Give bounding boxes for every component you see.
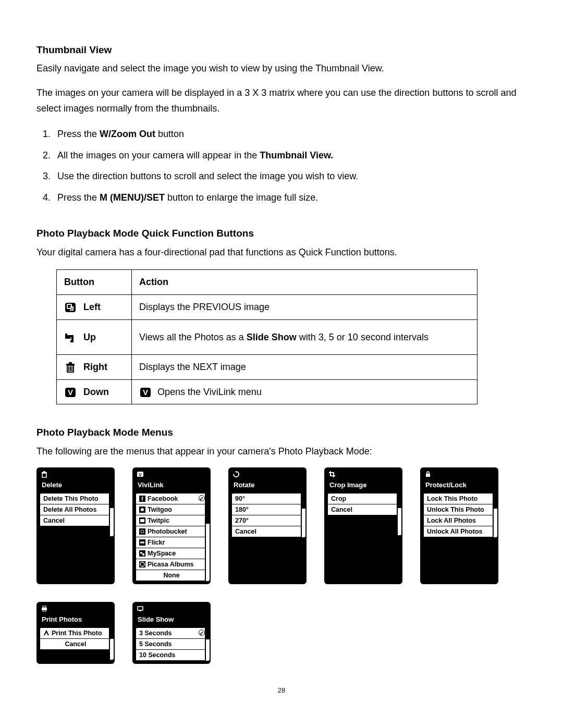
- action-cell: V Opens the ViviLink menu: [132, 379, 478, 404]
- table-header-action: Action: [132, 270, 478, 295]
- step-bold: W/Zoom Out: [100, 129, 155, 139]
- steps-list: Press the W/Zoom Out button All the imag…: [42, 126, 527, 205]
- menu-grid: Delete Delete This Photo Delete All Phot…: [36, 467, 527, 664]
- svg-rect-30: [142, 553, 144, 556]
- table-row: Right Displays the NEXT image: [57, 355, 478, 380]
- menu-protect: Protect/Lock Lock This Photo Unlock This…: [420, 467, 498, 584]
- svg-rect-14: [43, 471, 45, 472]
- rotate-icon: [232, 471, 240, 478]
- vivilink-icon: V: [139, 387, 152, 398]
- menu-item-label: Facebook: [148, 495, 178, 503]
- step-3: Use the direction buttons to scroll and …: [53, 168, 527, 184]
- photobucket-icon: [139, 528, 145, 535]
- svg-point-20: [141, 508, 144, 511]
- step-text: All the images on your camera will appea…: [57, 150, 260, 161]
- button-label: Up: [83, 332, 96, 342]
- menu-item: Photobucket: [136, 526, 207, 537]
- step-bold: M (MENU)/SET: [100, 192, 165, 203]
- page-number: 28: [36, 685, 527, 696]
- playback-menus-section: Photo Playback Mode Menus The following …: [36, 424, 527, 664]
- action-cell: Views all the Photos as a Slide Show wit…: [132, 319, 478, 355]
- menu-item: Delete This Photo: [40, 493, 112, 504]
- menu-title: Rotate: [229, 479, 305, 493]
- paragraph: Easily navigate and select the image you…: [36, 60, 527, 77]
- heading-playback-menus: Photo Playback Mode Menus: [36, 424, 527, 441]
- menu-title: ViviLink: [133, 479, 210, 493]
- paragraph: The images on your camera will be displa…: [36, 85, 527, 117]
- menu-item: Cancel: [40, 515, 112, 526]
- menu-item: Twitgoo: [136, 504, 207, 515]
- menu-filler: [40, 526, 112, 536]
- menu-item: 10 Seconds: [136, 650, 207, 661]
- step-text: button: [155, 129, 184, 139]
- printer-icon: [41, 605, 48, 612]
- menu-vivilink: V ViviLink fFacebook Twitgoo Twitpic Pho…: [132, 467, 211, 584]
- menu-title: Protect/Lock: [421, 479, 497, 493]
- print-one-icon: [43, 630, 50, 636]
- menu-item-label: Twitgoo: [148, 505, 172, 514]
- step-1: Press the W/Zoom Out button: [53, 126, 527, 142]
- step-bold: Thumbnail View.: [260, 150, 333, 161]
- menu-filler: [40, 650, 112, 660]
- menu-item-label: Flickr: [148, 538, 165, 547]
- svg-text:V: V: [139, 472, 142, 477]
- myspace-icon: [139, 550, 145, 557]
- menu-item: 270°: [231, 515, 303, 526]
- svg-rect-12: [42, 473, 46, 477]
- menu-item: Twitpic: [136, 515, 207, 526]
- step-2: All the images on your camera will appea…: [53, 147, 527, 164]
- menu-rotate: Rotate 90° 180° 270° Cancel: [228, 467, 307, 584]
- quick-function-table: Button Action Left Displays the PREVIOUS…: [56, 269, 478, 404]
- menu-item: Crop: [327, 493, 399, 504]
- action-cell: Displays the PREVIOUS image: [132, 294, 478, 319]
- slideshow-icon: [64, 332, 77, 343]
- menu-title: Print Photos: [38, 613, 114, 627]
- action-text: Opens the ViviLink menu: [157, 387, 262, 397]
- menu-item: Cancel: [231, 526, 303, 537]
- menu-item: Unlock This Photo: [423, 504, 495, 515]
- menu-item-label: Twitpic: [148, 516, 169, 525]
- menu-filler: [327, 525, 399, 535]
- menu-item: 180°: [231, 504, 303, 515]
- previous-icon: [64, 302, 77, 313]
- svg-rect-36: [43, 610, 46, 611]
- svg-rect-33: [426, 474, 430, 477]
- crop-icon: [328, 471, 336, 478]
- svg-rect-6: [66, 364, 75, 365]
- svg-rect-22: [140, 519, 144, 522]
- menu-print: Print Photos Print This Photo Cancel: [36, 602, 115, 664]
- twitgoo-icon: [139, 507, 145, 513]
- menu-item: Unlock All Photos: [423, 526, 495, 537]
- menu-item: Delete All Photos: [40, 504, 112, 515]
- vivilink-icon: V: [64, 387, 77, 398]
- menu-crop: Crop Image Crop Cancel: [324, 467, 402, 584]
- menu-item: 3 Seconds: [136, 627, 207, 639]
- step-text: Press the: [57, 129, 100, 139]
- table-header-button: Button: [57, 270, 132, 295]
- slideshow-icon: [137, 605, 144, 612]
- action-bold: Slide Show: [247, 332, 297, 342]
- step-4: Press the M (MENU)/SET button to enlarge…: [53, 190, 527, 206]
- menu-item: Print This Photo: [40, 627, 112, 639]
- twitpic-icon: [139, 517, 145, 524]
- svg-rect-13: [42, 472, 47, 473]
- button-label: Right: [83, 362, 107, 372]
- menu-item: None: [136, 570, 207, 581]
- table-row: Left Displays the PREVIOUS image: [57, 294, 478, 319]
- menu-item: Picasa Albums: [136, 559, 207, 570]
- menu-item: 90°: [231, 493, 303, 504]
- button-label: Left: [83, 302, 101, 312]
- action-cell: Displays the NEXT image: [132, 355, 478, 380]
- svg-text:V: V: [143, 388, 148, 397]
- quick-function-section: Photo Playback Mode Quick Function Butto…: [36, 225, 527, 404]
- menu-filler: [327, 515, 399, 525]
- paragraph: The following are the menus that appear …: [36, 443, 527, 460]
- menu-item-label: Photobucket: [148, 527, 187, 536]
- menu-item: Flickr: [136, 537, 207, 548]
- menu-item-label: Print This Photo: [52, 629, 102, 637]
- svg-point-26: [140, 541, 142, 544]
- menu-title: Delete: [38, 479, 114, 493]
- menu-title: Slide Show: [133, 613, 210, 627]
- menu-item: 5 Seconds: [136, 639, 207, 650]
- trash-icon: [41, 471, 48, 478]
